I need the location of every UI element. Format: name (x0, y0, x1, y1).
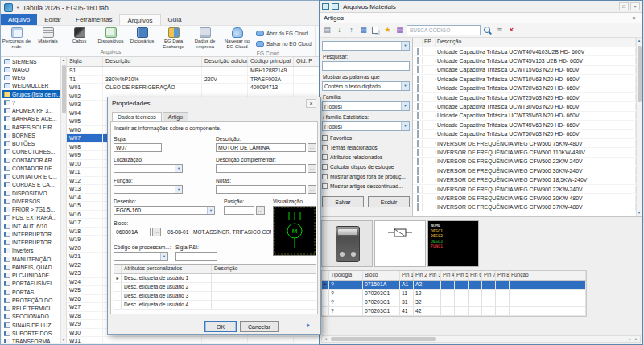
list-item[interactable]: INVERSOR DE FREQUÊNCIA WEG CFW900 37KW-4… (413, 203, 636, 212)
tab-artigo[interactable]: Artigo (163, 112, 188, 121)
pins-row[interactable]: ?070203C11112 (322, 290, 586, 298)
column-header-pin-5[interactable]: Pin 5 (455, 271, 469, 280)
list-item[interactable]: Unidade Capacitiva Trifásica UCWT40V4103… (413, 47, 636, 56)
menu-arquivos[interactable]: Arquivos (119, 14, 160, 25)
list-item[interactable]: Unidade Capacitiva Trifásica UCWT35V63 N… (413, 112, 636, 121)
browse-button[interactable]: … (308, 164, 316, 173)
sidebar-item-contador-ar[interactable]: CONTADOR AR... (2, 156, 60, 164)
funcao-select[interactable]: ▼ (114, 185, 183, 194)
sidebar-item-inverters[interactable]: Inverters (2, 247, 60, 255)
filter-checkbox-favoritos[interactable]: Favoritos (322, 133, 410, 142)
list-item[interactable]: Unidade Capacitiva Trifásica UCWT45V103 … (413, 56, 636, 65)
column-header-pin-1[interactable]: Pin 1 (400, 271, 414, 280)
scroll-left-icon[interactable]: ◄ (625, 337, 633, 341)
attribute-row[interactable]: Desc. etiqueta de usuário 2 (114, 283, 316, 292)
save-filter-button[interactable]: Salvar (322, 196, 364, 207)
menu-arquivo[interactable]: Arquivo (1, 14, 37, 25)
sidebar-item-frior-7g1-5[interactable]: FRIOR > 7G1,5... (2, 206, 60, 214)
sidebar-scrollbar[interactable]: ▲ ▼ (60, 57, 67, 343)
attribute-row[interactable]: Desc. etiqueta de usuário 4 (114, 301, 316, 310)
filter-checkbox-mostrar-artigos-fora-de-produc[interactable]: Mostrar artigos fora de produç... (322, 171, 410, 181)
checkbox-icon[interactable] (322, 154, 328, 160)
checkbox-icon[interactable] (322, 145, 328, 150)
dicionarios-button[interactable]: Dicionários (126, 26, 158, 49)
sidebar-item-portas[interactable]: PORTAS (2, 288, 60, 296)
familia-select[interactable]: (Todos) ▼ (322, 101, 410, 111)
checkbox-icon[interactable] (322, 174, 328, 179)
component-symbol-preview[interactable] (374, 220, 426, 267)
columns-icon[interactable]: ▦ (394, 25, 405, 35)
sidebar-item-manutencao[interactable]: MANUTENÇÃO... (2, 255, 60, 263)
checkbox-icon[interactable] (322, 164, 328, 170)
column-header-descricao-adicional[interactable]: Descrição adicional (202, 57, 248, 66)
sidebar-item-siemens[interactable]: SIEMENS (2, 57, 60, 65)
checkbox-icon[interactable] (322, 183, 328, 189)
list-item[interactable]: Unidade Capacitiva Trifásica UCWT45V63 N… (413, 121, 636, 129)
sidebar-item-afumex-rf-3[interactable]: AFUMEX RF 3... (2, 107, 60, 115)
descricao-complementar-field[interactable] (216, 164, 306, 173)
sigla-field[interactable] (114, 143, 162, 152)
column-header-pin-3[interactable]: Pin 3 (427, 271, 441, 280)
list-item[interactable]: Unidade Capacitiva Trifásica UCWT30V63 N… (413, 102, 636, 111)
sidebar-item-portafusivel[interactable]: PORTAFUSÍVEL... (2, 280, 60, 288)
bloco-field[interactable] (114, 228, 151, 236)
column-header-pin-7[interactable]: Pin 7 (482, 271, 496, 280)
scrollbar-thumb[interactable] (638, 46, 642, 102)
column-header-sigla[interactable]: Sigla (67, 57, 103, 66)
sidebar-item-rele-termici[interactable]: RELÉ TERMICI... (2, 305, 60, 313)
scroll-right-icon[interactable]: ► (306, 322, 311, 327)
codigo-processamento-select[interactable]: ▼ (114, 252, 168, 261)
menu-guia[interactable]: Guia (161, 14, 189, 25)
descricao-field[interactable] (216, 143, 306, 152)
attribute-row[interactable]: ►Desc. etiqueta de usuário 1 (114, 274, 316, 283)
notas-field[interactable] (216, 185, 306, 194)
eg-data-exchange-button[interactable]: EG Data Exchange (158, 26, 189, 49)
sidebar-item-contador-de[interactable]: CONTADOR DE... (2, 164, 60, 172)
familia-estatistica-select[interactable]: (Todos) ▼ (322, 121, 410, 131)
sidebar-item-conectores[interactable]: CONECTORES... (2, 148, 60, 156)
sidebar-item-bases-soleir[interactable]: BASES SOLEIR... (2, 123, 60, 131)
component-photo-preview[interactable] (321, 220, 373, 267)
import-icon[interactable]: ↓ (334, 25, 345, 35)
column-header-pin-6[interactable]: Pin 6 (469, 271, 482, 280)
filter-checkbox-temas-relacionados[interactable]: Temas relacionados (322, 142, 410, 152)
list-item[interactable]: INVERSOR DE FREQUÊNCIA WEG CFW500 75KW-4… (413, 139, 636, 148)
delete-filter-button[interactable]: Excluir (368, 196, 410, 207)
salvar-no-eg-cloud-button[interactable]: Salvar no EG Cloud (256, 39, 312, 48)
column-header-funcao[interactable]: Função (510, 271, 586, 280)
filter-checkbox-mostrar-artigos-descontinuad[interactable]: Mostrar artigos descontinuad... (322, 181, 410, 191)
sidebar-item-suporte-dos[interactable]: SUPORTE DOS... (2, 329, 60, 337)
copy-icon[interactable] (370, 25, 381, 35)
list-item[interactable]: INVERSOR DE FREQUÊNCIA WEG CFW900 30KW-4… (413, 194, 636, 203)
filter-checkbox-calcular-dispos-de-estoque[interactable]: Calcular dispos de estoque (322, 162, 410, 171)
dock-icon[interactable] (322, 3, 329, 10)
save-icon[interactable]: ▦ (358, 25, 369, 35)
scroll-down-icon[interactable]: ▼ (61, 337, 66, 343)
list-item[interactable]: INVERSOR DE FREQUÊNCIA WEG CFW500 30KW-2… (413, 166, 636, 175)
list-item[interactable]: INVERSOR DE FREQUÊNCIA WEG CFW500 110KW-… (413, 148, 636, 157)
column-header-pin-4[interactable]: Pin 4 (441, 271, 455, 280)
component-label-preview[interactable]: NOMEDESC1DESC2DESC3FUNC1 (427, 220, 479, 267)
localizacao-select[interactable]: ▼ (114, 164, 183, 173)
sidebar-item-interruptor[interactable]: INTERRUPTOR... (2, 230, 60, 238)
ok-button[interactable]: OK (204, 321, 237, 332)
list-icon[interactable]: ≡ (494, 25, 505, 35)
scroll-right-icon[interactable]: ► (633, 337, 640, 341)
list-item[interactable]: INVERSOR DE FREQUÊNCIA WEG CFW500 22KW-2… (413, 158, 636, 166)
sidebar-item-paineis-quad[interactable]: PAINEIS, QUAD... (2, 263, 60, 271)
sidebar-item-protecao-do[interactable]: PROTEÇÃO DO... (2, 296, 60, 304)
export-icon[interactable]: ↑ (346, 25, 357, 35)
column-header-descricao[interactable]: Descrição (436, 38, 636, 47)
column-header-bloco[interactable]: Bloco (363, 271, 400, 280)
sidebar-item-contator-e-c[interactable]: CONTATOR E C... (2, 173, 60, 181)
scroll-up-icon[interactable]: ▲ (61, 57, 66, 64)
materiais-button[interactable]: Materiais (32, 26, 64, 49)
close-icon[interactable]: × (630, 15, 638, 21)
list-item[interactable]: INVERSOR DE FREQUÊNCIA WEG CFW900 22KW-2… (413, 185, 636, 194)
close-icon[interactable]: × (630, 2, 640, 10)
sidebar-item-transforma[interactable]: TRANSFORMA... (2, 338, 60, 344)
browse-button[interactable]: … (152, 228, 161, 236)
attribute-row[interactable]: Desc. etiqueta de usuário 3 (114, 292, 316, 301)
dados-de-empresa-button[interactable]: Dados de empresa (189, 26, 221, 49)
sidebar-item-botoes[interactable]: BOTÕES (2, 140, 60, 148)
